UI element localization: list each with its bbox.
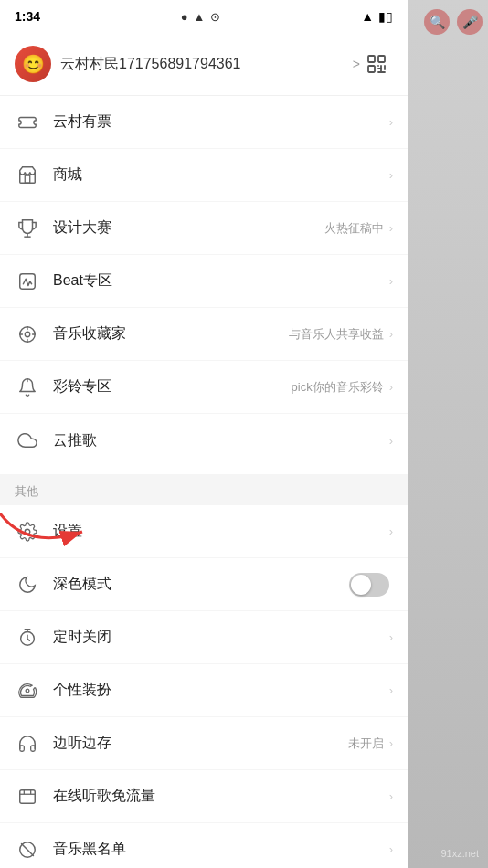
ringtone-icon <box>15 375 40 400</box>
chevron-icon: › <box>389 736 393 750</box>
svg-point-15 <box>25 529 30 535</box>
menu-label-cloud-recommend: 云推歌 <box>53 431 389 450</box>
chevron-icon: › <box>389 434 393 448</box>
dark-mode-toggle[interactable] <box>349 573 389 597</box>
scan-button[interactable] <box>360 48 393 80</box>
menu-item-free-traffic[interactable]: 在线听歌免流量 › <box>0 770 408 823</box>
ticket-icon <box>15 110 40 135</box>
svg-rect-2 <box>368 66 375 72</box>
svg-rect-11 <box>20 273 36 289</box>
menu-item-listen-save[interactable]: 边听边存 未开启 › <box>0 717 408 770</box>
menu-item-design-contest[interactable]: 设计大赛 火热征稿中 › <box>0 202 408 255</box>
menu-label-free-traffic: 在线听歌免流量 <box>53 787 389 806</box>
bg-mic-icon: 🎤 <box>457 9 483 35</box>
chevron-icon: › <box>389 524 393 538</box>
other-section-label: 其他 <box>0 474 408 505</box>
chevron-icon: › <box>389 274 393 288</box>
menu-label-personalize: 个性装扮 <box>53 681 389 700</box>
music-collector-icon <box>15 322 40 347</box>
beat-icon <box>15 269 40 294</box>
background-app: 🔍 🎤 <box>408 0 488 868</box>
chevron-icon: › <box>389 221 393 235</box>
menu-label-design-contest: 设计大赛 <box>53 218 324 238</box>
status-bar: 1:34 ● ▲ ⊙ ▲ ▮▯ <box>0 0 408 33</box>
trophy-icon <box>15 216 40 241</box>
menu-item-shop[interactable]: 商城 › <box>0 149 408 202</box>
main-menu-section: 云村有票 › 商城 › <box>0 96 408 467</box>
svg-rect-0 <box>368 56 375 62</box>
chevron-icon: › <box>389 789 393 803</box>
menu-label-music-collector: 音乐收藏家 <box>53 324 289 344</box>
menu-sub-design-contest: 火热征稿中 <box>324 220 384 237</box>
svg-rect-8 <box>25 175 30 183</box>
menu-item-beat-zone[interactable]: Beat专区 › <box>0 255 408 308</box>
svg-rect-19 <box>20 789 36 803</box>
menu-item-timer-close[interactable]: 定时关闭 › <box>0 611 408 664</box>
avatar: 😊 <box>15 46 51 82</box>
menu-sub-listen-save: 未开启 <box>348 736 384 752</box>
menu-item-settings[interactable]: 设置 › <box>0 505 408 558</box>
battery-icon: ▮▯ <box>378 9 393 24</box>
chevron-icon: › <box>389 842 393 856</box>
other-menu-section: 设置 › 深色模 <box>0 505 408 868</box>
menu-label-blacklist: 音乐黑名单 <box>53 840 389 859</box>
menu-label-shop: 商城 <box>53 165 389 185</box>
side-drawer: 1:34 ● ▲ ⊙ ▲ ▮▯ 😊 云村村民171756891794361 > <box>0 0 408 868</box>
settings-icon <box>15 519 40 545</box>
menu-label-ringtone-zone: 彩铃专区 <box>53 377 292 397</box>
menu-label-listen-save: 边听边存 <box>53 734 348 753</box>
blacklist-icon <box>15 837 40 863</box>
svg-point-13 <box>25 332 30 337</box>
menu-label-yuncun-ticket: 云村有票 <box>53 112 389 132</box>
timer-icon <box>15 625 40 651</box>
svg-point-18 <box>26 689 29 693</box>
menu-sub-music-collector: 与音乐人共享收益 <box>289 326 384 343</box>
user-chevron-icon: > <box>353 57 360 71</box>
drawer-content: 云村有票 › 商城 › <box>0 96 408 868</box>
menu-label-dark-mode: 深色模式 <box>53 575 349 594</box>
chevron-icon: › <box>389 630 393 644</box>
cloud-recommend-icon <box>15 428 40 453</box>
chevron-icon: › <box>389 168 393 182</box>
username: 云村村民171756891794361 <box>60 55 349 74</box>
menu-item-ringtone-zone[interactable]: 彩铃专区 pick你的音乐彩铃 › <box>0 361 408 414</box>
personalize-icon <box>15 678 40 704</box>
menu-item-personalize[interactable]: 个性装扮 › <box>0 664 408 717</box>
chevron-icon: › <box>389 327 393 341</box>
status-time: 1:34 <box>15 9 40 24</box>
menu-label-timer-close: 定时关闭 <box>53 628 389 647</box>
notification-icon: ● <box>181 10 188 24</box>
listen-save-icon <box>15 731 40 757</box>
chevron-icon: › <box>389 683 393 697</box>
chevron-icon: › <box>389 380 393 394</box>
menu-item-dark-mode[interactable]: 深色模式 <box>0 558 408 611</box>
user-header[interactable]: 😊 云村村民171756891794361 > <box>0 33 408 96</box>
circle-icon: ⊙ <box>210 10 220 24</box>
status-right-icons: ▲ ▮▯ <box>361 9 393 24</box>
menu-item-music-collector[interactable]: 音乐收藏家 与音乐人共享收益 › <box>0 308 408 361</box>
wifi-icon: ▲ <box>361 9 374 24</box>
menu-label-settings: 设置 <box>53 522 389 541</box>
bg-search-icon: 🔍 <box>424 9 450 35</box>
menu-label-beat-zone: Beat专区 <box>53 271 389 291</box>
menu-item-yuncun-ticket[interactable]: 云村有票 › <box>0 96 408 149</box>
chevron-icon: › <box>389 115 393 129</box>
menu-item-cloud-recommend[interactable]: 云推歌 › <box>0 414 408 467</box>
status-icons: ● ▲ ⊙ <box>181 10 221 24</box>
svg-line-24 <box>22 843 34 855</box>
free-traffic-icon <box>15 784 40 810</box>
dark-mode-icon <box>15 572 40 598</box>
svg-rect-1 <box>378 56 385 62</box>
shop-icon <box>15 163 40 188</box>
menu-item-blacklist[interactable]: 音乐黑名单 › <box>0 823 408 868</box>
download-icon: ▲ <box>194 10 206 24</box>
menu-sub-ringtone-zone: pick你的音乐彩铃 <box>292 379 384 396</box>
